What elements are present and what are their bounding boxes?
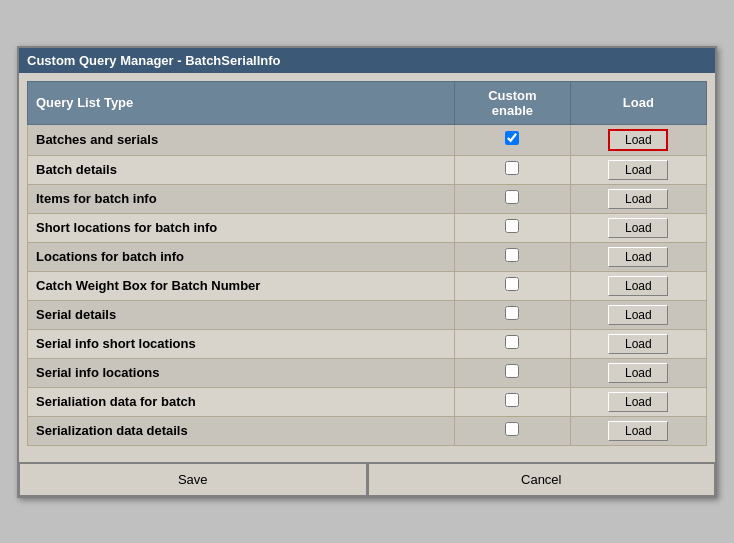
row-checkbox-3[interactable] [505,219,519,233]
table-row: Serial info short locationsLoad [28,329,707,358]
dialog-title: Custom Query Manager - BatchSerialInfo [27,53,281,68]
table-row: Catch Weight Box for Batch NumberLoad [28,271,707,300]
row-checkbox-cell-10 [455,416,571,445]
row-load-cell-10: Load [570,416,706,445]
row-load-button-7[interactable]: Load [608,334,668,354]
row-load-button-1[interactable]: Load [608,160,668,180]
cancel-button[interactable]: Cancel [368,463,716,496]
row-label-1: Batch details [28,155,455,184]
row-checkbox-2[interactable] [505,190,519,204]
row-checkbox-cell-3 [455,213,571,242]
row-checkbox-8[interactable] [505,364,519,378]
row-checkbox-6[interactable] [505,306,519,320]
row-label-2: Items for batch info [28,184,455,213]
col-header-custom-enable: Customenable [455,81,571,124]
row-checkbox-cell-9 [455,387,571,416]
row-checkbox-10[interactable] [505,422,519,436]
row-load-cell-3: Load [570,213,706,242]
table-row: Batches and serialsLoad [28,124,707,155]
row-label-10: Serialization data details [28,416,455,445]
table-row: Locations for batch infoLoad [28,242,707,271]
query-table: Query List Type Customenable Load Batche… [27,81,707,446]
table-row: Batch detailsLoad [28,155,707,184]
row-label-4: Locations for batch info [28,242,455,271]
row-load-button-10[interactable]: Load [608,421,668,441]
table-row: Serial info locationsLoad [28,358,707,387]
dialog-content: Query List Type Customenable Load Batche… [19,73,715,454]
row-load-button-9[interactable]: Load [608,392,668,412]
row-load-cell-4: Load [570,242,706,271]
row-load-cell-9: Load [570,387,706,416]
row-load-button-6[interactable]: Load [608,305,668,325]
row-checkbox-cell-2 [455,184,571,213]
dialog-footer: Save Cancel [19,462,715,496]
row-load-button-2[interactable]: Load [608,189,668,209]
row-load-button-4[interactable]: Load [608,247,668,267]
row-label-7: Serial info short locations [28,329,455,358]
row-load-cell-6: Load [570,300,706,329]
row-load-cell-0: Load [570,124,706,155]
row-checkbox-cell-1 [455,155,571,184]
table-row: Serialiation data for batchLoad [28,387,707,416]
save-button[interactable]: Save [19,463,367,496]
dialog-window: Custom Query Manager - BatchSerialInfo Q… [17,46,717,498]
table-row: Serial detailsLoad [28,300,707,329]
row-checkbox-cell-5 [455,271,571,300]
table-row: Serialization data detailsLoad [28,416,707,445]
row-load-cell-5: Load [570,271,706,300]
row-checkbox-1[interactable] [505,161,519,175]
row-checkbox-cell-0 [455,124,571,155]
row-label-3: Short locations for batch info [28,213,455,242]
row-load-button-0[interactable]: Load [608,129,668,151]
row-load-cell-7: Load [570,329,706,358]
row-checkbox-cell-8 [455,358,571,387]
row-label-5: Catch Weight Box for Batch Number [28,271,455,300]
row-checkbox-4[interactable] [505,248,519,262]
row-load-cell-2: Load [570,184,706,213]
col-header-query-list-type: Query List Type [28,81,455,124]
row-label-0: Batches and serials [28,124,455,155]
row-checkbox-9[interactable] [505,393,519,407]
row-checkbox-cell-7 [455,329,571,358]
row-label-6: Serial details [28,300,455,329]
row-checkbox-cell-6 [455,300,571,329]
row-load-button-5[interactable]: Load [608,276,668,296]
row-checkbox-cell-4 [455,242,571,271]
row-load-button-8[interactable]: Load [608,363,668,383]
row-load-cell-1: Load [570,155,706,184]
row-load-cell-8: Load [570,358,706,387]
row-checkbox-0[interactable] [505,131,519,145]
col-header-load: Load [570,81,706,124]
title-bar: Custom Query Manager - BatchSerialInfo [19,48,715,73]
row-checkbox-7[interactable] [505,335,519,349]
row-load-button-3[interactable]: Load [608,218,668,238]
row-label-8: Serial info locations [28,358,455,387]
row-label-9: Serialiation data for batch [28,387,455,416]
table-row: Items for batch infoLoad [28,184,707,213]
row-checkbox-5[interactable] [505,277,519,291]
table-row: Short locations for batch infoLoad [28,213,707,242]
